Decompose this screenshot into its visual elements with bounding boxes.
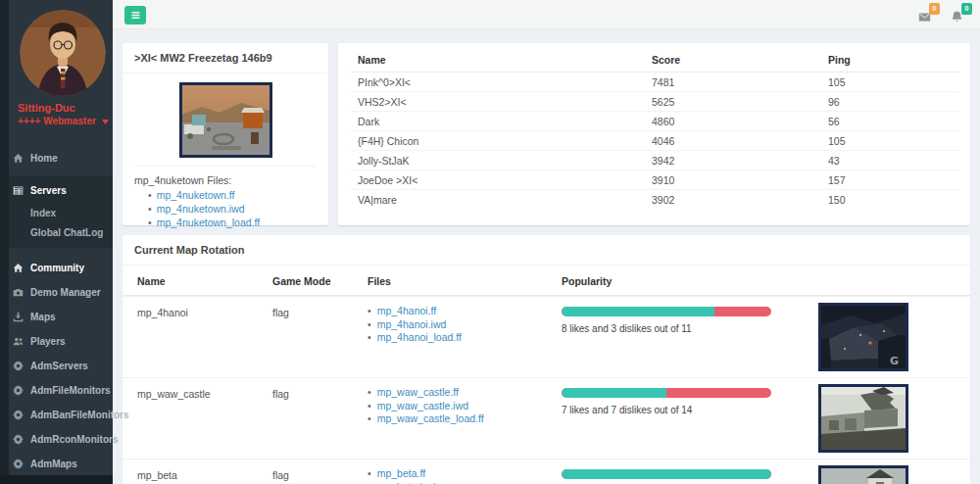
file-link[interactable]: mp_4nuketown_load.ff: [157, 217, 260, 228]
list-item: mp_4hanoi.iwd: [368, 318, 562, 332]
popularity-cell: 7 likes and 0 dislikes out of 7: [562, 465, 818, 484]
home-icon: [13, 153, 24, 164]
rotation-row: mp_4hanoi flag mp_4hanoi.ff mp_4hanoi.iw…: [122, 296, 970, 377]
game-mode: flag: [272, 303, 368, 371]
svg-text:G: G: [890, 355, 899, 367]
list-item: mp_4nuketown_load.ff: [148, 216, 328, 229]
user-panel: Sitting-Duc ++++ Webmaster: [9, 0, 113, 132]
column-header-score: Score: [644, 47, 820, 73]
column-header-files: Files: [368, 275, 562, 287]
file-link[interactable]: mp_4hanoi.ff: [377, 305, 437, 316]
sidebar-item-global-chatlog[interactable]: Global ChatLog: [3, 222, 113, 242]
players-card: Name Score Ping PInk^0>XI<7481105 VHS2>X…: [338, 43, 970, 225]
notifications-badge: 0: [961, 3, 972, 15]
list-item: mp_4hanoi.ff: [368, 305, 562, 318]
map-name: mp_beta: [137, 465, 272, 484]
download-icon: [13, 312, 24, 322]
game-mode: flag: [272, 384, 368, 453]
list-item: mp_waw_castle.iwd: [368, 400, 562, 413]
sidebar-item-community[interactable]: Community: [0, 256, 113, 280]
column-header-name: Name: [137, 275, 272, 287]
table-header-row: Name Score Ping: [350, 47, 958, 73]
sidebar-edge: [0, 0, 9, 484]
gear-icon: [13, 459, 24, 469]
popularity-cell: 8 likes and 3 dislikes out of 11: [562, 303, 818, 371]
list-item: mp_beta.ff: [368, 467, 562, 481]
map-rotation-card: Current Map Rotation Name Game Mode File…: [122, 235, 970, 484]
file-link[interactable]: mp_4hanoi_load.ff: [377, 331, 462, 343]
table-row: {F4H} Chicon4046105: [350, 131, 958, 151]
list-item: mp_4hanoi_load.ff: [368, 331, 562, 345]
rotation-row: mp_beta flag mp_beta.ff mp_beta.iwd mp_b…: [122, 459, 970, 484]
sidebar-group-servers: Servers Index Global ChatLog: [0, 175, 113, 248]
file-link[interactable]: mp_waw_castle.ff: [377, 386, 459, 398]
sidebar-item-players[interactable]: Players: [0, 329, 113, 354]
sidebar-menu: Home Servers Index Global ChatLog Commun…: [0, 146, 113, 484]
server-title: >XI< MW2 Freezetag 146b9: [122, 43, 328, 73]
messages-badge: 0: [929, 3, 940, 15]
table-row: PInk^0>XI<7481105: [350, 73, 958, 92]
map-image-hanoi: G: [818, 303, 908, 371]
sidebar-item-maps[interactable]: Maps: [0, 305, 113, 329]
table-row: Jolly-StJaK394243: [350, 151, 958, 170]
sidebar: Sitting-Duc ++++ Webmaster Home Servers …: [0, 0, 113, 484]
map-name: mp_waw_castle: [137, 384, 272, 453]
column-header-name: Name: [350, 47, 644, 73]
table-icon: [13, 185, 24, 196]
sidebar-item-servers[interactable]: Servers: [3, 178, 113, 203]
sidebar-footer: [0, 475, 113, 484]
sidebar-item-demo-manager[interactable]: Demo Manager: [0, 280, 113, 305]
players-table: Name Score Ping PInk^0>XI<7481105 VHS2>X…: [350, 47, 958, 209]
notifications-menu[interactable]: 0: [951, 3, 968, 26]
users-icon: [13, 336, 24, 347]
popularity-bar: [562, 307, 771, 316]
sidebar-item-admrconmonitors[interactable]: AdmRconMonitors: [0, 427, 113, 452]
file-link[interactable]: mp_4hanoi.iwd: [377, 318, 447, 330]
files-list: mp_waw_castle.ff mp_waw_castle.iwd mp_wa…: [368, 384, 562, 453]
table-row: JoeDoe >XI<3910157: [350, 170, 958, 190]
files-list: mp_beta.ff mp_beta.iwd mp_beta_load.ff: [368, 465, 562, 484]
column-header-ping: Ping: [820, 47, 958, 73]
rotation-row: mp_waw_castle flag mp_waw_castle.ff mp_w…: [122, 377, 970, 459]
sidebar-item-admfilemonitors[interactable]: AdmFileMonitors: [0, 378, 113, 403]
game-mode: flag: [272, 465, 368, 484]
file-link[interactable]: mp_waw_castle.iwd: [377, 400, 468, 411]
table-row: Dark486056: [350, 112, 958, 131]
gear-icon: [13, 385, 24, 396]
map-files-list: mp_4nuketown.ff mp_4nuketown.iwd mp_4nuk…: [122, 188, 328, 229]
file-link[interactable]: mp_4nuketown.iwd: [157, 203, 245, 215]
column-header-game-mode: Game Mode: [272, 275, 368, 287]
messages-menu[interactable]: 0: [918, 3, 936, 26]
file-link[interactable]: mp_4nuketown.ff: [157, 189, 235, 201]
sidebar-item-admbanfilemonitors[interactable]: AdmBanFileMonitors: [0, 403, 113, 427]
user-role-dropdown[interactable]: ++++ Webmaster: [18, 116, 113, 126]
column-header-popularity: Popularity: [562, 275, 818, 287]
sidebar-item-home[interactable]: Home: [0, 146, 113, 170]
gear-icon: [13, 361, 24, 371]
list-item: mp_waw_castle_load.ff: [368, 412, 562, 426]
topbar: 0 0: [113, 0, 980, 29]
list-item: mp_4nuketown.ff: [148, 188, 328, 202]
sidebar-item-index[interactable]: Index: [3, 203, 113, 222]
file-link[interactable]: mp_beta.iwd: [377, 481, 436, 484]
popularity-text: 8 likes and 3 dislikes out of 11: [562, 323, 818, 334]
home-icon: [13, 263, 24, 273]
camera-icon: [13, 287, 24, 298]
sidebar-toggle-button[interactable]: [124, 6, 146, 24]
list-item: mp_4nuketown.iwd: [148, 202, 328, 216]
gear-icon: [13, 434, 24, 445]
sidebar-item-admservers[interactable]: AdmServers: [0, 354, 113, 378]
file-link[interactable]: mp_waw_castle_load.ff: [377, 412, 484, 424]
sidebar-item-admmaps[interactable]: AdmMaps: [0, 452, 113, 476]
file-link[interactable]: mp_beta.ff: [377, 467, 425, 479]
rotation-title: Current Map Rotation: [122, 235, 970, 266]
list-item: mp_beta.iwd: [368, 481, 562, 484]
list-item: mp_waw_castle.ff: [368, 386, 562, 400]
gear-icon: [13, 410, 24, 420]
map-image-castle: [818, 384, 908, 453]
popularity-bar: [562, 469, 771, 479]
table-row: VA|mare3902150: [350, 190, 958, 210]
topbar-icons: 0 0: [918, 3, 968, 26]
map-files-label: mp_4nuketown Files:: [122, 167, 328, 188]
map-image-nuketown: [179, 82, 272, 158]
